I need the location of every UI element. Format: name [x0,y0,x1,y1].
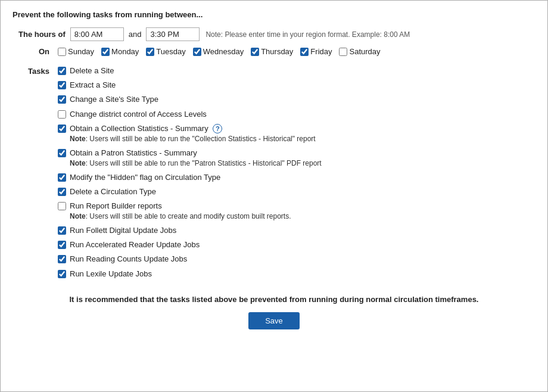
task1-checkbox[interactable] [58,67,66,75]
hours-note: Note: Please enter time in your region f… [206,30,410,39]
list-item: Run Follett Digital Update Jobs [58,225,322,236]
task13-checkbox[interactable] [58,270,66,278]
day-tuesday: Tuesday [146,47,185,56]
and-text: and [129,30,142,39]
task5-note: Note: Users will still be able to run th… [70,134,316,144]
wednesday-label: Wednesday [203,47,244,56]
tuesday-label: Tuesday [156,47,185,56]
task13-label: Run Lexile Update Jobs [70,269,152,279]
day-saturday: Saturday [339,47,380,56]
task6-checkbox[interactable] [58,149,66,157]
task8-label: Delete a Circulation Type [70,186,156,197]
list-item: Change a Site's Site Type [58,94,322,105]
task2-label: Extract a Site [70,80,116,91]
thursday-checkbox[interactable] [251,48,259,56]
task3-label: Change a Site's Site Type [70,94,158,105]
list-item: Run Reading Counts Update Jobs [58,254,322,265]
list-item: Obtain a Patron Statistics - Summary Not… [58,148,322,169]
saturday-label: Saturday [349,47,380,56]
task9-checkbox[interactable] [58,202,66,210]
task5-text: Obtain a Collection Statistics - Summary… [70,123,316,144]
day-sunday: Sunday [58,47,94,56]
recommendation-text: It is recommended that the tasks listed … [13,295,535,304]
day-thursday: Thursday [251,47,293,56]
hours-row: The hours of and Note: Please enter time… [18,27,535,41]
thursday-label: Thursday [261,47,293,56]
sunday-checkbox[interactable] [58,48,66,56]
friday-checkbox[interactable] [300,48,309,56]
task10-checkbox[interactable] [58,226,66,235]
task2-checkbox[interactable] [58,81,66,89]
tasks-label: Tasks [18,66,49,283]
tuesday-checkbox[interactable] [146,48,154,56]
list-item: Change district control of Access Levels [58,109,322,120]
wednesday-checkbox[interactable] [193,48,201,56]
task11-label: Run Accelerated Reader Update Jobs [70,239,200,250]
task8-checkbox[interactable] [58,188,66,196]
monday-checkbox[interactable] [101,48,110,56]
task4-label: Change district control of Access Levels [70,109,207,120]
task4-checkbox[interactable] [58,110,66,119]
task1-label: Delete a Site [70,66,114,76]
list-item: Run Accelerated Reader Update Jobs [58,239,322,250]
task9-note: Note: Users will still be able to create… [70,211,291,222]
start-time-input[interactable] [70,27,124,41]
section-title: Prevent the following tasks from running… [13,10,535,19]
task9-text: Run Report Builder reports Note: Users w… [70,201,291,222]
hours-label: The hours of [18,30,66,39]
day-wednesday: Wednesday [193,47,244,56]
day-monday: Monday [101,47,139,56]
days-row: On Sunday Monday Tuesday Wednesday Thurs… [18,47,535,56]
list-item: Modify the "Hidden" flag on Circulation … [58,172,322,183]
tasks-list: Delete a Site Extract a Site Change a Si… [58,66,322,283]
help-icon[interactable]: ? [213,124,222,133]
tasks-section: Tasks Delete a Site Extract a Site Chang… [18,66,535,283]
save-button[interactable]: Save [248,312,300,329]
list-item: Delete a Site [58,66,322,76]
task12-checkbox[interactable] [58,255,66,263]
task12-label: Run Reading Counts Update Jobs [70,254,187,265]
sunday-label: Sunday [68,47,94,56]
end-time-input[interactable] [146,27,200,41]
save-row: Save [13,312,535,329]
task6-note: Note: Users will still be able to run th… [70,158,322,169]
list-item: Delete a Circulation Type [58,186,322,197]
task7-label: Modify the "Hidden" flag on Circulation … [70,172,220,183]
list-item: Extract a Site [58,80,322,91]
task5-checkbox[interactable] [58,125,66,133]
monday-label: Monday [111,47,139,56]
on-label: On [18,47,49,56]
saturday-checkbox[interactable] [339,48,347,56]
list-item: Run Report Builder reports Note: Users w… [58,201,322,222]
list-item: Run Lexile Update Jobs [58,269,322,279]
main-container: Prevent the following tasks from running… [0,0,548,392]
task11-checkbox[interactable] [58,241,66,249]
list-item: Obtain a Collection Statistics - Summary… [58,123,322,144]
task3-checkbox[interactable] [58,95,66,104]
day-friday: Friday [300,47,332,56]
task6-text: Obtain a Patron Statistics - Summary Not… [70,148,322,169]
task10-label: Run Follett Digital Update Jobs [70,225,176,236]
friday-label: Friday [310,47,332,56]
task7-checkbox[interactable] [58,173,66,182]
